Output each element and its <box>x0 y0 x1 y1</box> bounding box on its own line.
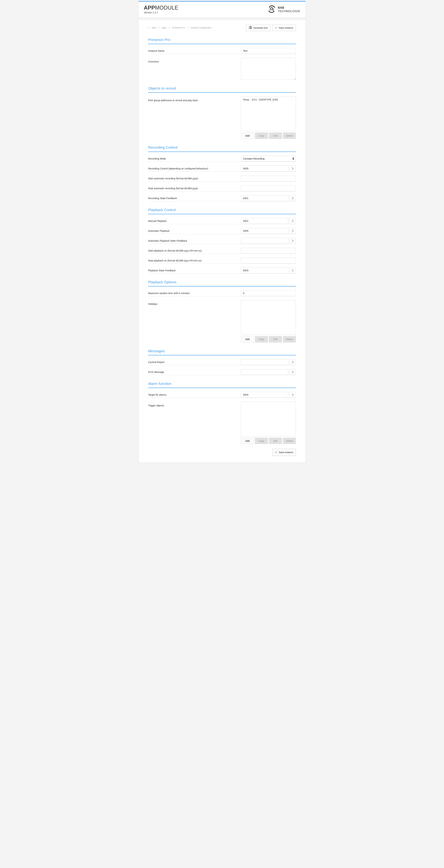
start-playback-on-label: Start playback on (format dd.MM.yyyy HH:… <box>148 249 241 252</box>
holidays-listbox[interactable] <box>241 300 296 335</box>
section-playback-control: Playback Control Manual Playback Automat… <box>148 208 296 274</box>
section-title-playback-options: Playback Options <box>148 280 296 284</box>
row-target-for-alarms: Target for alarms <box>148 388 296 398</box>
save-instance-button-bottom[interactable]: ✓ Save Instance <box>272 448 296 456</box>
breadcrumb-separator: > <box>158 27 160 29</box>
manual-playback-input[interactable] <box>241 218 288 224</box>
row-manual-playback: Manual Playback <box>148 214 296 224</box>
max-random-time-shift-input[interactable] <box>241 290 296 296</box>
save-instance-button-top[interactable]: ✓ Save Instance <box>272 25 296 31</box>
target-for-alarms-picker-button[interactable] <box>289 392 296 398</box>
trigger-add-button[interactable]: Add <box>241 438 254 444</box>
automatic-playback-input[interactable] <box>241 228 288 234</box>
start-playback-on-input[interactable] <box>241 248 296 254</box>
knx-addresses-listbox[interactable]: Temp. : 2/1/1 : DATATYPE_EIS5 <box>241 96 296 131</box>
recording-state-feedback-label: Recording State Feedback <box>148 197 241 199</box>
row-knx-addresses: KNX group addresses to record and play b… <box>148 93 296 139</box>
stop-playback-on-input[interactable] <box>241 258 296 264</box>
recording-state-feedback-picker-button[interactable] <box>289 195 296 201</box>
playback-state-feedback-label: Playback State Feedback <box>148 269 241 272</box>
instance-name-label: Instance Name <box>148 50 241 52</box>
recording-mode-select[interactable]: Constant Recording <box>241 156 296 162</box>
brand-top: BAB <box>278 6 300 9</box>
stop-playback-on-label: Stop playback on (format dd.MM.yyyy HH:m… <box>148 259 241 262</box>
playback-state-feedback-picker-button[interactable] <box>289 268 296 273</box>
trigger-objects-listbox[interactable] <box>241 402 296 436</box>
manual-playback-picker-button[interactable] <box>289 218 296 224</box>
section-messages: Messages Cyclical Report Error Message <box>148 349 296 375</box>
holidays-copy-button[interactable]: Copy <box>255 336 268 342</box>
holidays-delete-button[interactable]: Delete <box>283 336 296 342</box>
section-playback-options: Playback Options Maximum random time shi… <box>148 280 296 342</box>
row-holidays: Holidays Add Copy Edit Delete <box>148 296 296 342</box>
bab-house-cycle-icon <box>268 5 276 14</box>
stop-automatic-recording-input[interactable] <box>241 185 296 191</box>
section-recording-control: Recording Control Recording Mode Constan… <box>148 145 296 201</box>
breadcrumb-start[interactable]: Start <box>151 27 156 29</box>
start-automatic-recording-label: Start automatic recording (format dd.MM.… <box>148 177 241 180</box>
trigger-delete-button[interactable]: Delete <box>283 438 296 444</box>
automatic-playback-picker-button[interactable] <box>289 228 296 234</box>
brand-text: BAB TECHNOLOGIE <box>278 6 300 13</box>
error-message-picker-button[interactable] <box>289 369 296 375</box>
automatic-playback-state-feedback-input[interactable] <box>241 238 288 244</box>
holidays-edit-button[interactable]: Edit <box>269 336 282 342</box>
app-version: Version 1.3.7 <box>144 11 178 14</box>
trigger-copy-button[interactable]: Copy <box>255 438 268 444</box>
recording-mode-value: Constant Recording <box>243 157 265 160</box>
cyclical-report-input[interactable] <box>241 359 288 365</box>
playback-state-feedback-input[interactable] <box>241 268 288 273</box>
app-title-bold: APP <box>144 5 155 11</box>
svg-text:3: 3 <box>249 28 249 29</box>
app-header: APPMODULE Version 1.3.7 BAB <box>138 1 306 18</box>
holidays-label: Holidays <box>148 300 241 305</box>
recording-control-input[interactable] <box>241 166 288 172</box>
manual-playback-label: Manual Playback <box>148 220 241 222</box>
generate-gas-button[interactable]: 1 2 3 Generate GAs <box>246 25 271 31</box>
holidays-add-button[interactable]: Add <box>241 336 254 342</box>
brand-bottom: TECHNOLOGIE <box>278 9 300 13</box>
automatic-playback-state-feedback-picker-button[interactable] <box>289 238 296 244</box>
check-icon: ✓ <box>275 451 277 454</box>
recording-control-label: Recording Control (depending on configur… <box>148 167 241 170</box>
knx-delete-button[interactable]: Delete <box>283 132 296 139</box>
recording-state-feedback-input[interactable] <box>241 195 288 201</box>
row-automatic-playback: Automatic Playback <box>148 224 296 234</box>
row-playback-state-feedback: Playback State Feedback <box>148 264 296 274</box>
max-random-time-shift-label: Maximum random time shift in minutes <box>148 292 241 294</box>
row-stop-automatic-recording: Stop automatic recording (format dd.MM.y… <box>148 182 296 191</box>
section-objects-to-record: Objects to record KNX group addresses to… <box>148 86 296 139</box>
trigger-objects-label: Trigger objects <box>148 402 241 407</box>
error-message-input[interactable] <box>241 369 288 375</box>
comment-label: Comment <box>148 58 241 63</box>
section-title-objects: Objects to record <box>148 86 296 90</box>
trigger-edit-button[interactable]: Edit <box>269 438 282 444</box>
knx-add-button[interactable]: Add <box>241 132 254 139</box>
row-error-message: Error Message <box>148 365 296 375</box>
section-presence-pro: Presence Pro Instance Name Comment <box>148 37 296 80</box>
row-trigger-objects: Trigger objects Add Copy Edit Delete <box>148 398 296 444</box>
row-automatic-playback-state-feedback: Automatic Playback State Feedback <box>148 234 296 244</box>
cyclical-report-picker-button[interactable] <box>289 359 296 365</box>
row-start-automatic-recording: Start automatic recording (format dd.MM.… <box>148 172 296 182</box>
instance-name-input[interactable] <box>241 48 296 54</box>
up-down-arrows-icon <box>293 157 294 160</box>
section-title-presence-pro: Presence Pro <box>148 37 296 42</box>
knx-copy-button[interactable]: Copy <box>255 132 268 139</box>
row-recording-control: Recording Control (depending on configur… <box>148 162 296 172</box>
recording-control-picker-button[interactable] <box>289 166 296 172</box>
section-title-playback: Playback Control <box>148 208 296 212</box>
app-title: APPMODULE <box>144 5 178 11</box>
row-recording-state-feedback: Recording State Feedback <box>148 191 296 202</box>
row-instance-name: Instance Name <box>148 44 296 54</box>
target-for-alarms-input[interactable] <box>241 392 288 398</box>
knx-address-item[interactable]: Temp. : 2/1/1 : DATATYPE_EIS5 <box>241 97 296 102</box>
automatic-playback-state-feedback-label: Automatic Playback State Feedback <box>148 239 241 242</box>
knx-edit-button[interactable]: Edit <box>269 132 282 139</box>
comment-textarea[interactable] <box>241 58 296 80</box>
breadcrumb-apps[interactable]: Apps <box>162 27 166 29</box>
breadcrumb-presence-pro[interactable]: Presence Pro <box>172 27 185 29</box>
start-automatic-recording-input[interactable] <box>241 176 296 181</box>
row-stop-playback-on: Stop playback on (format dd.MM.yyyy HH:m… <box>148 254 296 264</box>
knx-list-actions: Add Copy Edit Delete <box>241 132 296 139</box>
